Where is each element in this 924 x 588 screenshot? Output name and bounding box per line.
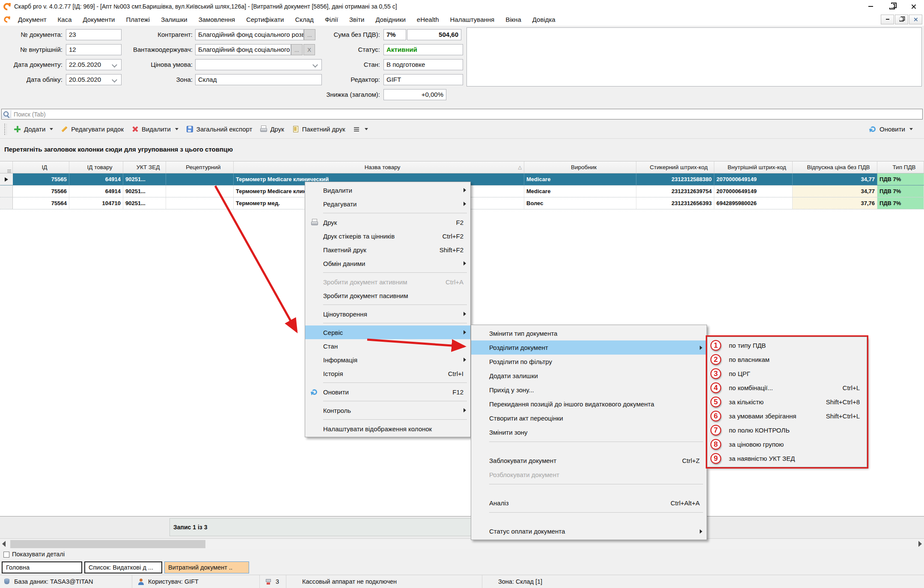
context-menu-item[interactable]: 5 за кількістю Shift+Ctrl+8 — [707, 395, 867, 409]
column-header[interactable]: Стикерний штрих-код — [636, 161, 714, 173]
context-menu-item[interactable]: Історія Ctrl+I — [305, 367, 470, 380]
search-icon-box[interactable] — [2, 110, 11, 118]
toolbar-button[interactable] — [353, 125, 368, 133]
column-header[interactable]: Внутрішній штрих-код — [714, 161, 793, 173]
context-menu-item[interactable]: Обмін даними — [305, 257, 470, 270]
context-menu-item[interactable]: Контроль — [305, 403, 470, 417]
menu-item[interactable]: Склад — [289, 13, 319, 26]
menu-item[interactable]: Звіти — [344, 13, 370, 26]
context-menu-item[interactable]: Розділити по фільтру — [471, 355, 707, 369]
context-menu-item[interactable] — [471, 482, 707, 496]
context-menu-item[interactable]: Редагувати — [305, 197, 470, 211]
context-menu-item[interactable]: Заблокувати документ Ctrl+Z — [471, 454, 707, 468]
menu-item[interactable]: Філії — [319, 13, 344, 26]
minimize-button[interactable] — [860, 0, 881, 13]
context-menu-item[interactable] — [305, 380, 470, 385]
toolbar-button[interactable]: Редагувати рядок — [61, 125, 124, 133]
context-menu-item[interactable]: Інформація — [305, 353, 470, 367]
mdi-close-button[interactable] — [909, 15, 922, 24]
column-header[interactable]: Назва товару △ — [234, 161, 524, 173]
toolbar-button[interactable]: Додати — [14, 125, 53, 133]
menu-item[interactable]: Довідники — [370, 13, 411, 26]
toolbar-button[interactable]: Загальний експорт — [186, 125, 253, 133]
context-menu-item[interactable] — [305, 321, 470, 325]
context-menu-item[interactable] — [305, 211, 470, 215]
show-details-checkbox[interactable] — [3, 552, 9, 558]
column-header[interactable]: ІД — [13, 161, 69, 173]
context-menu-item[interactable]: Ціноутворення — [305, 307, 470, 321]
bottom-tab[interactable]: Список: Видаткові д ... — [84, 561, 162, 573]
consignee-lookup-button[interactable]: ... — [291, 44, 303, 55]
consignee-clear-button[interactable]: X — [303, 44, 315, 55]
context-menu-item[interactable]: Статус оплати документа — [471, 524, 707, 538]
search-input[interactable]: Поиск (Tab) — [1, 109, 923, 119]
toolbar-button[interactable]: Видалити — [131, 125, 178, 133]
column-header[interactable] — [0, 161, 13, 173]
context-menu-item[interactable]: 8 за ціновою групою — [707, 437, 867, 451]
context-menu-item[interactable]: Зробити документ пасивним — [305, 289, 470, 302]
context-menu-item[interactable]: Оновити F12 — [305, 385, 470, 399]
mdi-minimize-button[interactable] — [881, 15, 894, 24]
menu-item[interactable]: Вікна — [500, 13, 527, 26]
toolbar-button[interactable]: Друк — [260, 125, 284, 133]
context-menu-item[interactable]: Сервіс — [305, 325, 470, 339]
scroll-right-icon[interactable] — [918, 541, 922, 547]
menu-item[interactable]: Документ — [12, 13, 52, 26]
context-menu-item[interactable]: Перекидання позицій до іншого видатковог… — [471, 397, 707, 411]
mdi-restore-button[interactable] — [895, 15, 908, 24]
menu-item[interactable]: Довідка — [527, 13, 561, 26]
context-menu-item[interactable]: 7 по полю КОНТРОЛЬ — [707, 423, 867, 437]
menu-item[interactable]: eHealth — [411, 13, 445, 26]
context-menu-item[interactable]: Пакетний друк Shift+F2 — [305, 243, 470, 257]
context-menu-item[interactable]: Змінити зону — [471, 425, 707, 439]
zone-field[interactable]: Склад — [195, 74, 322, 85]
comment-area[interactable] — [466, 27, 922, 87]
horizontal-scrollbar[interactable] — [0, 538, 924, 549]
context-menu-item[interactable] — [305, 417, 470, 422]
context-menu-item[interactable]: 6 за умовами зберігання Shift+Ctrl+L — [707, 409, 867, 423]
context-menu-item[interactable]: Розділити документ — [471, 340, 707, 355]
context-menu-item[interactable]: Прихід у зону... — [471, 383, 707, 397]
column-header[interactable]: Відпускна ціна без ПДВ — [793, 161, 877, 173]
context-menu-item[interactable] — [471, 439, 707, 454]
column-header[interactable]: УКТ ЗЕД — [123, 161, 166, 173]
close-button[interactable] — [903, 0, 924, 13]
scrollbar-thumb[interactable] — [10, 540, 205, 548]
contractor-lookup-button[interactable]: ... — [304, 29, 315, 40]
context-menu-item[interactable]: 4 по комбінації... Ctrl+L — [707, 381, 867, 395]
contractor-field[interactable]: Благодійний фонд соціального розв — [195, 29, 304, 40]
bottom-tab[interactable]: Головна — [2, 561, 82, 573]
toolbar-button[interactable]: Пакетний друк — [292, 125, 345, 133]
context-menu-item[interactable] — [305, 270, 470, 275]
menu-item[interactable]: Залишки — [155, 13, 193, 26]
toolbar-grip[interactable] — [4, 124, 7, 135]
bottom-tab[interactable]: Витратний документ .. — [164, 561, 249, 573]
context-menu-item[interactable]: Налаштувати відображення колонок — [305, 422, 470, 436]
column-header[interactable]: Тип ПДВ — [877, 161, 924, 173]
context-menu-item[interactable] — [305, 399, 470, 403]
context-menu-item[interactable]: 2 по власникам — [707, 352, 867, 367]
context-menu-item[interactable]: Друк F2 — [305, 215, 470, 229]
internal-number-field[interactable]: 12 — [66, 44, 122, 55]
doc-number-field[interactable]: 23 — [66, 29, 122, 40]
context-menu-item[interactable]: Розблокувати документ — [471, 468, 707, 482]
scroll-left-icon[interactable] — [2, 541, 6, 547]
consignee-field[interactable]: Благодійний фонд соціального р — [195, 44, 291, 55]
context-menu-item[interactable]: Додати залишки — [471, 369, 707, 383]
context-menu-item[interactable] — [305, 302, 470, 307]
column-header[interactable]: Рецептурний — [166, 161, 234, 173]
discount-field[interactable]: +0,00% — [383, 89, 446, 100]
context-menu-item[interactable]: Видалити — [305, 183, 470, 197]
context-menu-item[interactable]: 3 по ЦРГ — [707, 367, 867, 381]
menu-item[interactable]: Налаштування — [445, 13, 500, 26]
menu-item[interactable]: Сертифікати — [241, 13, 289, 26]
context-menu-item[interactable]: Зробити документ активним Ctrl+A — [305, 275, 470, 289]
menu-item[interactable]: Платежі — [120, 13, 155, 26]
context-menu-item[interactable]: Стан — [305, 339, 470, 353]
refresh-button[interactable]: Оновити — [869, 125, 913, 133]
restore-button[interactable] — [881, 0, 903, 13]
context-menu-item[interactable] — [471, 510, 707, 524]
menu-item[interactable]: Замовлення — [193, 13, 241, 26]
menu-item[interactable]: Каса — [52, 13, 77, 26]
context-menu-item[interactable]: Друк стікерів та цінників Ctrl+F2 — [305, 229, 470, 243]
